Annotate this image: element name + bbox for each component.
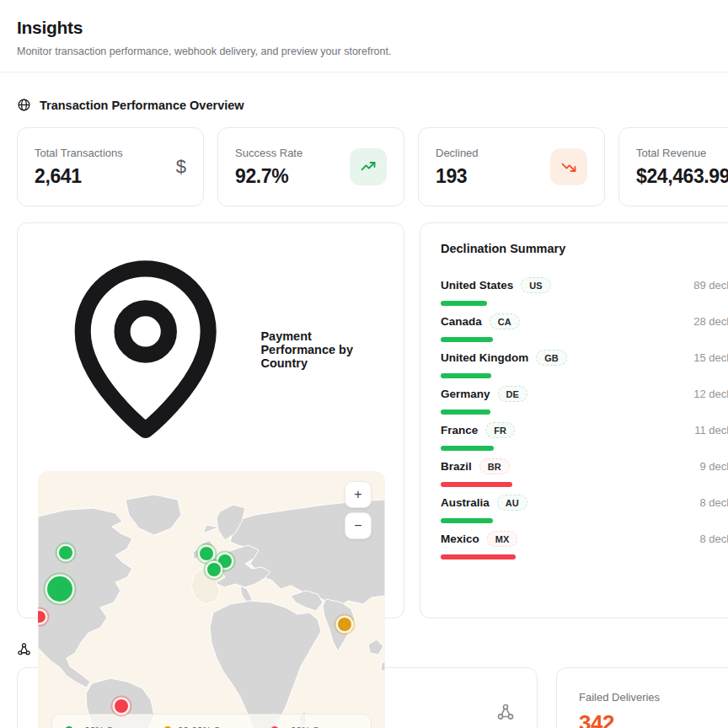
- map-zoom-in-button[interactable]: +: [345, 481, 372, 508]
- decline-count: 15 declines: [693, 351, 728, 364]
- country-name: Australia: [441, 496, 490, 509]
- stat-card-total-revenue: Total Revenue $24,463.99: [618, 127, 728, 206]
- stat-label: Success Rate: [235, 147, 302, 159]
- declination-row-au: Australia AU 8 declines: [441, 495, 728, 523]
- decline-bar: [441, 554, 516, 559]
- country-code-badge: FR: [485, 422, 515, 438]
- declination-row-de: Germany DE 12 declines: [441, 386, 728, 415]
- stat-value: $24,463.99: [636, 165, 728, 188]
- country-code-badge: CA: [490, 313, 520, 329]
- country-code-badge: GB: [536, 350, 567, 366]
- dollar-icon: $: [176, 156, 186, 178]
- insights-content: Transaction Performance Overview Total T…: [17, 98, 728, 728]
- panels-row: Payment Performance by Country: [17, 222, 728, 618]
- country-code-badge: MX: [487, 531, 518, 547]
- map-panel-header: Payment Performance by Country: [38, 242, 383, 457]
- stat-label: Failed Deliveries: [579, 691, 660, 704]
- declination-panel: Declination Summary United States US 89 …: [420, 222, 728, 618]
- webhook-gray-icon: [496, 703, 515, 725]
- decline-bar: [441, 410, 490, 415]
- stat-label: Total Transactions: [35, 147, 123, 159]
- decline-count: 11 declines: [694, 424, 728, 436]
- world-map[interactable]: + − ≥92% Success 90-92% Success: [38, 471, 385, 728]
- country-code-badge: AU: [497, 495, 527, 511]
- land-middle-east: [291, 591, 323, 611]
- decline-count: 9 declines: [699, 460, 728, 473]
- stat-card-declined: Declined 193: [418, 127, 605, 206]
- transaction-section-header: Transaction Performance Overview: [17, 98, 728, 112]
- webhook-card-failed-deliveries: Failed Deliveries 342: [556, 667, 728, 728]
- declination-row-br: Brazil BR 9 declines: [441, 458, 728, 487]
- decline-count: 8 declines: [699, 533, 728, 545]
- declination-row-gb: United Kingdom GB 15 declines: [441, 350, 728, 378]
- country-code-badge: BR: [479, 458, 510, 474]
- declination-row-mx: Mexico MX 8 declines: [441, 531, 728, 559]
- decline-bar: [441, 373, 491, 378]
- trend-up-icon: [350, 148, 387, 185]
- transaction-section-title: Transaction Performance Overview: [40, 99, 244, 112]
- decline-bar: [441, 518, 493, 523]
- stat-value: 193: [436, 165, 479, 188]
- country-code-badge: US: [521, 277, 550, 293]
- country-name: United Kingdom: [441, 351, 528, 364]
- trend-down-icon: [550, 148, 587, 185]
- country-name: France: [441, 424, 478, 436]
- country-name: Canada: [441, 315, 482, 328]
- declination-row-us: United States US 89 declines: [441, 277, 728, 306]
- land-ireland: [193, 549, 199, 559]
- declination-row-ca: Canada CA 28 declines: [441, 313, 728, 342]
- globe-icon: [17, 98, 31, 112]
- world-map-svg: [38, 471, 385, 728]
- stat-card-success-rate: Success Rate 92.7%: [217, 127, 404, 206]
- declination-row-fr: France FR 11 declines: [441, 422, 728, 451]
- stat-value: 2,641: [35, 165, 123, 188]
- header-divider: [0, 72, 728, 72]
- transaction-stats-row: Total Transactions 2,641 $ Success Rate …: [17, 127, 728, 206]
- stat-value: 342: [579, 710, 660, 728]
- decline-count: 89 declines: [693, 279, 728, 292]
- map-zoom-out-button[interactable]: −: [345, 512, 372, 539]
- stat-card-total-transactions: Total Transactions 2,641 $: [17, 127, 204, 206]
- country-name: Brazil: [441, 460, 472, 473]
- decline-count: 12 declines: [693, 388, 728, 400]
- webhook-icon: [17, 642, 31, 656]
- page-title: Insights: [17, 18, 711, 38]
- decline-bar: [441, 301, 487, 306]
- stat-value: 92.7%: [235, 165, 302, 188]
- map-legend: ≥92% Success 90-92% Success <90% Success: [51, 714, 372, 728]
- land-se-asia: [368, 640, 383, 655]
- declination-panel-title: Declination Summary: [441, 242, 728, 255]
- country-name: Mexico: [441, 533, 479, 545]
- decline-bar: [441, 446, 494, 451]
- stat-label: Declined: [436, 147, 479, 159]
- map-panel-title: Payment Performance by Country: [260, 329, 383, 370]
- country-name: Germany: [441, 388, 490, 400]
- page-subtitle: Monitor transaction performance, webhook…: [17, 46, 711, 57]
- land-se-asia-2: [381, 661, 385, 672]
- land-africa: [210, 601, 321, 728]
- land-greenland: [126, 495, 181, 535]
- country-name: United States: [441, 279, 513, 292]
- declination-rows: United States US 89 declines Canada CA 2…: [441, 277, 728, 559]
- decline-bar: [441, 482, 512, 487]
- map-panel: Payment Performance by Country: [17, 222, 404, 618]
- stat-label: Total Revenue: [636, 147, 728, 159]
- country-code-badge: DE: [498, 386, 527, 402]
- page-header: Insights Monitor transaction performance…: [0, 0, 728, 72]
- decline-bar: [441, 337, 493, 342]
- map-pin-icon: [38, 242, 253, 457]
- decline-count: 8 declines: [699, 496, 728, 509]
- decline-count: 28 declines: [693, 315, 728, 328]
